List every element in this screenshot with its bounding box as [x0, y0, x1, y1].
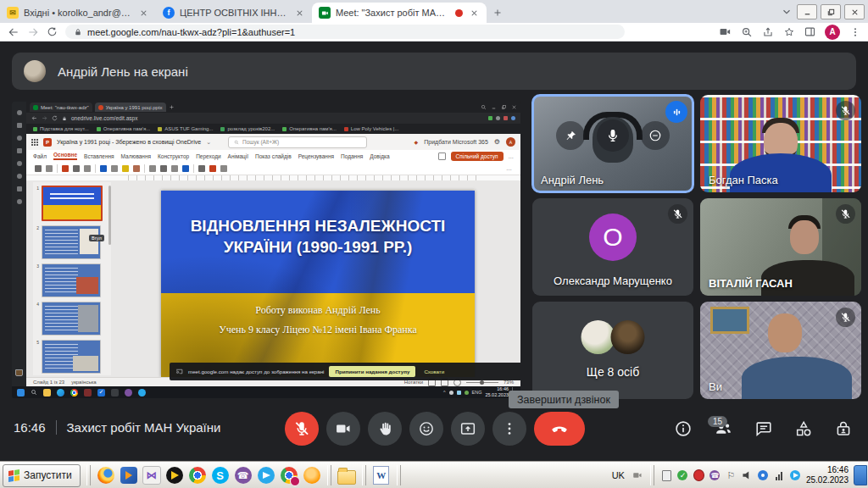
antivirus-tray-icon[interactable]: ✓ — [677, 470, 688, 481]
eye-tray-icon[interactable] — [758, 470, 769, 481]
tray-icon[interactable] — [457, 391, 461, 395]
toolbar-icon[interactable] — [220, 165, 227, 172]
tray-expand-icon[interactable]: ^ — [443, 390, 446, 395]
show-desktop-button[interactable] — [854, 465, 867, 485]
share-button[interactable]: Спільний доступ — [451, 152, 504, 161]
toolbar-icon[interactable] — [73, 165, 80, 172]
slide-thumbnail[interactable] — [42, 225, 101, 259]
inner-new-tab-icon[interactable] — [169, 104, 175, 110]
bookmark-item[interactable]: ASUS TUF Gaming... — [158, 126, 213, 131]
sidebar-icon[interactable] — [17, 161, 22, 166]
ribbon-tab-slideshow[interactable]: Показ слайдів — [255, 153, 292, 159]
inner-url-text[interactable]: onedrive.live.com/edit.aspx — [71, 115, 137, 121]
hide-button[interactable]: Сховати — [420, 366, 448, 377]
telegram-tray-icon[interactable] — [790, 470, 801, 481]
firefox-icon[interactable] — [97, 466, 115, 485]
sidebar-icon[interactable] — [17, 136, 22, 141]
edge-icon[interactable] — [57, 389, 64, 396]
toolbar-icon[interactable] — [100, 165, 107, 172]
meeting-details-button[interactable] — [674, 419, 693, 438]
shared-screen[interactable]: Meet: "nau-tkwx-adz" Україна у 1991 році… — [12, 102, 520, 398]
powerpoint-logo-icon[interactable]: P — [43, 138, 52, 147]
language-indicator[interactable]: українська — [71, 380, 97, 385]
telegram-icon[interactable] — [138, 389, 146, 396]
slide-thumbnail-panel[interactable]: 1 2 3 4 5 — [33, 182, 111, 375]
back-icon[interactable] — [31, 115, 37, 121]
reload-icon[interactable] — [52, 115, 58, 121]
zoom-icon[interactable] — [740, 25, 753, 38]
reactions-button[interactable] — [409, 412, 443, 446]
app-orange-icon[interactable] — [303, 466, 321, 485]
back-icon[interactable] — [7, 25, 19, 38]
profile-avatar[interactable]: A — [825, 25, 840, 40]
sidebar-icon[interactable] — [17, 186, 22, 191]
zoom-slider[interactable] — [466, 382, 498, 383]
telegram-icon[interactable] — [257, 466, 275, 485]
viber-tray-icon[interactable]: ☎ — [709, 470, 721, 481]
close-window-button[interactable] — [844, 4, 865, 19]
inner-tab-pptx[interactable]: Україна у 1991 році.pptx — [95, 103, 166, 112]
activities-button[interactable] — [794, 419, 813, 438]
url-field[interactable]: meet.google.com/nau-tkwx-adz?pli=1&authu… — [65, 25, 625, 39]
inner-language-indicator[interactable]: ENG — [472, 390, 482, 395]
share-icon[interactable] — [761, 25, 774, 38]
paste-icon[interactable] — [46, 165, 53, 172]
chat-button[interactable] — [754, 419, 773, 438]
ribbon-tab-home[interactable]: Основне — [53, 152, 77, 160]
volume-tray-icon[interactable] — [742, 470, 753, 481]
tile-vitaliy-hasan[interactable]: ВІТАЛІЙ ГАСАН — [700, 198, 861, 296]
bookmark-item[interactable]: Low Poly Vehicles |... — [344, 126, 399, 131]
file-explorer-icon[interactable] — [337, 466, 356, 485]
ribbon-tab-draw[interactable]: Малювання — [121, 153, 151, 159]
chrome-profile-icon[interactable] — [280, 466, 298, 485]
account-avatar[interactable]: А — [506, 137, 515, 147]
chrome-icon[interactable] — [188, 466, 207, 485]
toolbar-icon[interactable] — [160, 165, 167, 172]
start-icon[interactable] — [17, 389, 25, 396]
tray-icon[interactable] — [449, 391, 453, 395]
sidebar-icon[interactable] — [17, 174, 22, 179]
ribbon-tab-insert[interactable]: Вставлення — [84, 153, 114, 159]
slide-thumb-1[interactable]: 1 — [35, 186, 109, 221]
tile-you[interactable]: Ви — [700, 302, 861, 399]
language-indicator[interactable]: UK — [609, 470, 627, 480]
viber-icon[interactable] — [125, 389, 132, 396]
forward-icon[interactable] — [42, 115, 47, 121]
side-panel-icon[interactable] — [804, 25, 816, 38]
forward-icon[interactable] — [26, 25, 39, 38]
maximize-icon[interactable] — [501, 104, 507, 110]
caret-icon[interactable]: ⌄ — [206, 139, 211, 146]
skype-icon[interactable]: S — [211, 466, 230, 485]
media-player-icon[interactable] — [120, 466, 138, 485]
minimize-icon[interactable] — [491, 104, 497, 110]
kmplayer-icon[interactable]: ⋈ — [142, 466, 161, 485]
explorer-icon[interactable] — [43, 389, 51, 396]
extension-icon[interactable] — [496, 116, 500, 120]
slide-thumbnail[interactable] — [42, 302, 101, 336]
app-icon[interactable] — [111, 389, 119, 396]
pin-button[interactable] — [556, 121, 585, 150]
thumbnail-scrollbar[interactable] — [108, 186, 111, 245]
restore-button[interactable] — [821, 4, 841, 19]
sidebar-icon[interactable] — [17, 123, 22, 128]
stop-sharing-button[interactable]: Припинити надання доступу — [329, 366, 415, 377]
new-tab-button[interactable] — [487, 3, 509, 23]
tile-oleksandr-marushchenko[interactable]: О Олександр Марущенко — [532, 198, 693, 296]
toolbar-icon[interactable] — [62, 165, 69, 172]
viber-icon[interactable]: ☎ — [234, 466, 253, 485]
slide-thumbnail[interactable] — [42, 263, 101, 297]
toolbar-icon[interactable] — [198, 165, 205, 172]
remove-button[interactable] — [641, 121, 670, 150]
close-icon[interactable] — [137, 7, 149, 19]
start-button[interactable]: Запустити — [3, 464, 81, 487]
profile-icon[interactable] — [511, 116, 515, 120]
clipboard-tray-icon[interactable] — [661, 470, 672, 481]
inner-tab-meet[interactable]: Meet: "nau-tkwx-adz" — [30, 103, 92, 112]
close-icon[interactable] — [511, 104, 517, 110]
app-launcher-icon[interactable] — [31, 139, 38, 146]
inner-clock[interactable]: 16:46 25.02.2023 — [485, 386, 509, 397]
menu-dots-icon[interactable] — [849, 25, 861, 38]
sidebar-icon[interactable] — [17, 110, 22, 115]
chevron-down-icon[interactable] — [780, 5, 793, 19]
ribbon-tab-animations[interactable]: Анімації — [228, 153, 248, 159]
